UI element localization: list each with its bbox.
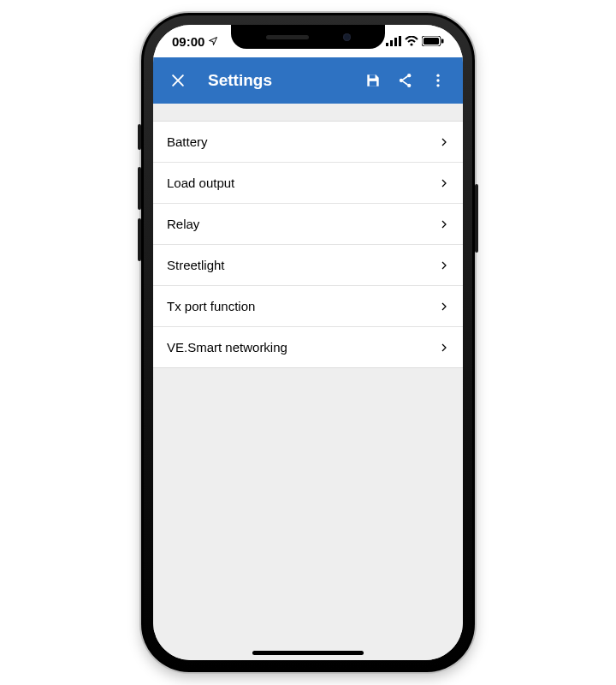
chevron-right-icon bbox=[439, 301, 449, 312]
location-icon bbox=[208, 36, 218, 46]
power-button bbox=[475, 184, 478, 253]
settings-item-label: Streetlight bbox=[167, 258, 225, 272]
settings-item-label: Load output bbox=[167, 176, 234, 190]
save-button[interactable] bbox=[357, 64, 389, 97]
settings-item-label: Battery bbox=[167, 134, 208, 149]
chevron-right-icon bbox=[439, 219, 449, 229]
wifi-icon bbox=[405, 36, 418, 46]
app-bar: Settings bbox=[153, 57, 463, 104]
cellular-icon bbox=[386, 36, 401, 46]
svg-rect-2 bbox=[394, 38, 397, 46]
share-icon bbox=[397, 72, 414, 89]
svg-rect-7 bbox=[441, 39, 444, 44]
close-button[interactable] bbox=[162, 64, 194, 97]
content-area: Battery Load output Relay Streetlight bbox=[153, 104, 463, 660]
save-icon bbox=[364, 72, 382, 89]
settings-item-label: VE.Smart networking bbox=[167, 340, 287, 354]
overflow-menu-button[interactable] bbox=[422, 64, 454, 97]
screen: 09:00 bbox=[153, 25, 463, 660]
page-title: Settings bbox=[208, 71, 357, 90]
settings-item-load-output[interactable]: Load output bbox=[153, 163, 463, 204]
settings-item-ve-smart[interactable]: VE.Smart networking bbox=[153, 327, 463, 368]
chevron-right-icon bbox=[439, 178, 449, 188]
home-indicator[interactable] bbox=[252, 651, 364, 655]
chevron-right-icon bbox=[439, 342, 449, 353]
svg-rect-8 bbox=[370, 74, 376, 78]
chevron-right-icon bbox=[439, 260, 449, 271]
battery-icon bbox=[422, 36, 444, 46]
speaker-grille bbox=[266, 35, 309, 39]
phone-frame: 09:00 bbox=[141, 13, 475, 672]
settings-item-label: Tx port function bbox=[167, 299, 255, 313]
notch bbox=[231, 25, 385, 49]
chevron-right-icon bbox=[439, 137, 449, 147]
svg-point-15 bbox=[436, 84, 439, 86]
share-button[interactable] bbox=[389, 64, 422, 97]
svg-rect-1 bbox=[390, 40, 393, 46]
svg-rect-9 bbox=[370, 81, 376, 86]
close-icon bbox=[169, 72, 187, 89]
svg-point-13 bbox=[436, 74, 439, 77]
settings-item-tx-port[interactable]: Tx port function bbox=[153, 286, 463, 327]
volume-down-button bbox=[138, 218, 141, 261]
svg-rect-0 bbox=[386, 43, 388, 46]
svg-rect-3 bbox=[399, 36, 401, 46]
svg-rect-6 bbox=[424, 38, 439, 45]
volume-up-button bbox=[138, 167, 141, 210]
status-time: 09:00 bbox=[172, 34, 204, 49]
front-camera bbox=[343, 33, 351, 41]
svg-point-4 bbox=[410, 43, 412, 45]
settings-list: Battery Load output Relay Streetlight bbox=[153, 121, 463, 368]
mute-switch bbox=[138, 124, 141, 150]
settings-item-label: Relay bbox=[167, 217, 199, 231]
more-vert-icon bbox=[429, 72, 447, 89]
settings-item-relay[interactable]: Relay bbox=[153, 204, 463, 245]
settings-item-battery[interactable]: Battery bbox=[153, 122, 463, 163]
settings-item-streetlight[interactable]: Streetlight bbox=[153, 245, 463, 286]
svg-point-14 bbox=[436, 79, 439, 81]
